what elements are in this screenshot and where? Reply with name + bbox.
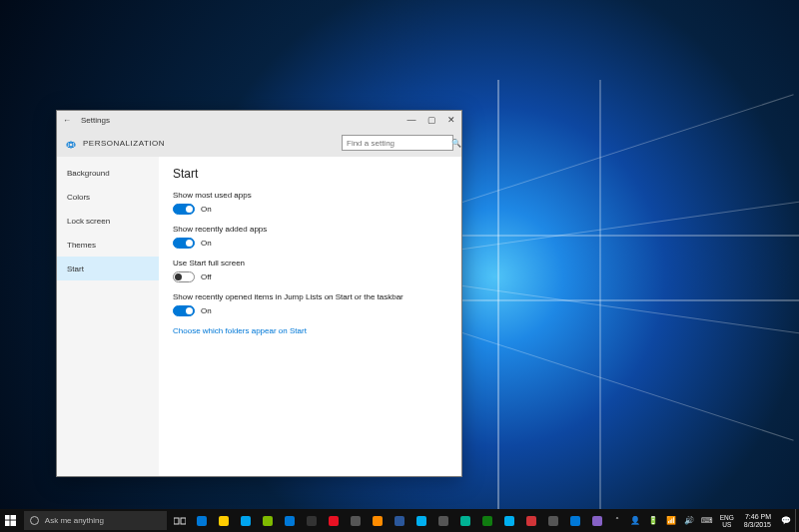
app-icon[interactable] (279, 509, 301, 532)
back-button[interactable]: ← (57, 116, 77, 125)
app-icon[interactable] (235, 509, 257, 532)
app-icon[interactable] (498, 509, 520, 532)
page-heading: Start (173, 167, 447, 181)
setting-label: Use Start full screen (173, 259, 447, 267)
app-icon[interactable] (410, 509, 432, 532)
setting-label: Show most used apps (173, 191, 447, 200)
app-icon[interactable] (191, 509, 213, 532)
language-indicator[interactable]: ENG US (716, 514, 738, 528)
sidebar-item-label: Themes (67, 241, 96, 250)
app-icon[interactable] (586, 509, 608, 532)
cortana-search[interactable]: Ask me anything (24, 511, 167, 530)
close-button[interactable]: ✕ (441, 111, 461, 129)
people-icon[interactable]: 👤 (626, 509, 644, 532)
window-title: Settings (77, 116, 401, 125)
search-icon: 🔍 (451, 139, 461, 148)
svg-rect-3 (11, 521, 17, 527)
svg-rect-1 (11, 515, 17, 520)
clock[interactable]: 7:46 PM 8/3/2015 (738, 513, 777, 529)
toggle-jump-lists[interactable] (173, 305, 195, 316)
app-icon[interactable] (520, 509, 542, 532)
minimize-button[interactable]: — (401, 111, 421, 129)
content-pane: Start Show most used apps On Show recent… (159, 157, 461, 476)
app-icon[interactable] (564, 509, 586, 532)
system-tray: ˄ 👤 🔋 📶 🔊 ⌨ ENG US 7:46 PM 8/3/2015 💬 (608, 509, 799, 532)
battery-icon[interactable]: 🔋 (644, 509, 662, 532)
sidebar-item-lock-screen[interactable]: Lock screen (57, 209, 159, 233)
wallpaper-beam (497, 80, 499, 519)
setting-recently-added-apps: Show recently added apps On (173, 225, 447, 249)
app-icon[interactable] (213, 509, 235, 532)
lang-code: ENG (720, 514, 734, 521)
setting-label: Show recently added apps (173, 225, 447, 234)
toggle-state: On (201, 205, 212, 214)
caption-buttons: — ▢ ✕ (401, 111, 461, 129)
task-view-button[interactable] (169, 509, 191, 532)
toggle-knob (186, 307, 193, 314)
setting-start-full-screen: Use Start full screen Off (173, 259, 447, 282)
cortana-icon (30, 516, 39, 525)
desktop: ← Settings — ▢ ✕ PERSONALIZATION 🔍 Backg… (0, 0, 799, 532)
sidebar: Background Colors Lock screen Themes Sta… (57, 157, 159, 476)
window-body: Background Colors Lock screen Themes Sta… (57, 157, 461, 476)
sidebar-item-themes[interactable]: Themes (57, 233, 159, 257)
window-titlebar[interactable]: ← Settings — ▢ ✕ (57, 111, 461, 129)
taskbar: Ask me anything ˄ (0, 509, 799, 532)
toggle-start-full-screen[interactable] (173, 271, 195, 282)
volume-icon[interactable]: 🔊 (680, 509, 698, 532)
action-center-icon[interactable]: 💬 (777, 509, 795, 532)
search-box[interactable]: 🔍 (342, 135, 453, 151)
app-icon[interactable] (323, 509, 345, 532)
app-icon[interactable] (257, 509, 279, 532)
wallpaper-beam (599, 80, 601, 519)
toggle-knob (186, 206, 193, 213)
sidebar-item-background[interactable]: Background (57, 161, 159, 185)
settings-window: ← Settings — ▢ ✕ PERSONALIZATION 🔍 Backg… (56, 110, 462, 477)
app-icon[interactable] (454, 509, 476, 532)
svg-rect-0 (5, 515, 10, 520)
tray-overflow-icon[interactable]: ˄ (608, 509, 626, 532)
sidebar-item-start[interactable]: Start (57, 257, 159, 280)
keyboard-icon[interactable]: ⌨ (698, 509, 716, 532)
start-button[interactable] (0, 509, 22, 532)
svg-rect-4 (174, 518, 179, 524)
toggle-state: Off (201, 272, 212, 281)
svg-rect-5 (181, 518, 186, 524)
maximize-button[interactable]: ▢ (421, 111, 441, 129)
pinned-apps (191, 509, 608, 532)
app-icon[interactable] (432, 509, 454, 532)
app-icon[interactable] (301, 509, 323, 532)
setting-label: Show recently opened items in Jump Lists… (173, 292, 447, 301)
setting-most-used-apps: Show most used apps On (173, 191, 447, 215)
app-icon[interactable] (367, 509, 389, 532)
sidebar-item-label: Start (67, 265, 84, 273)
toggle-state: On (201, 239, 212, 248)
toggle-state: On (201, 306, 212, 315)
toggle-recently-added-apps[interactable] (173, 238, 195, 249)
toggle-most-used-apps[interactable] (173, 204, 195, 215)
setting-jump-lists: Show recently opened items in Jump Lists… (173, 292, 447, 316)
sidebar-item-label: Lock screen (67, 217, 110, 226)
sidebar-item-label: Colors (67, 193, 90, 202)
app-icon[interactable] (389, 509, 410, 532)
svg-rect-2 (5, 521, 10, 527)
lang-region: US (722, 521, 731, 528)
app-icon[interactable] (476, 509, 498, 532)
app-icon[interactable] (542, 509, 564, 532)
network-icon[interactable]: 📶 (662, 509, 680, 532)
choose-folders-link[interactable]: Choose which folders appear on Start (173, 326, 447, 335)
cortana-placeholder: Ask me anything (45, 516, 104, 525)
clock-time: 7:46 PM (745, 513, 771, 521)
app-icon[interactable] (345, 509, 367, 532)
section-title: PERSONALIZATION (83, 139, 165, 148)
toggle-knob (175, 273, 182, 280)
search-input[interactable] (347, 139, 451, 148)
gear-icon (65, 137, 77, 149)
toggle-knob (186, 240, 193, 247)
show-desktop-button[interactable] (795, 509, 799, 532)
clock-date: 8/3/2015 (744, 521, 771, 529)
settings-header: PERSONALIZATION 🔍 (57, 129, 461, 157)
sidebar-item-label: Background (67, 169, 110, 178)
sidebar-item-colors[interactable]: Colors (57, 185, 159, 209)
